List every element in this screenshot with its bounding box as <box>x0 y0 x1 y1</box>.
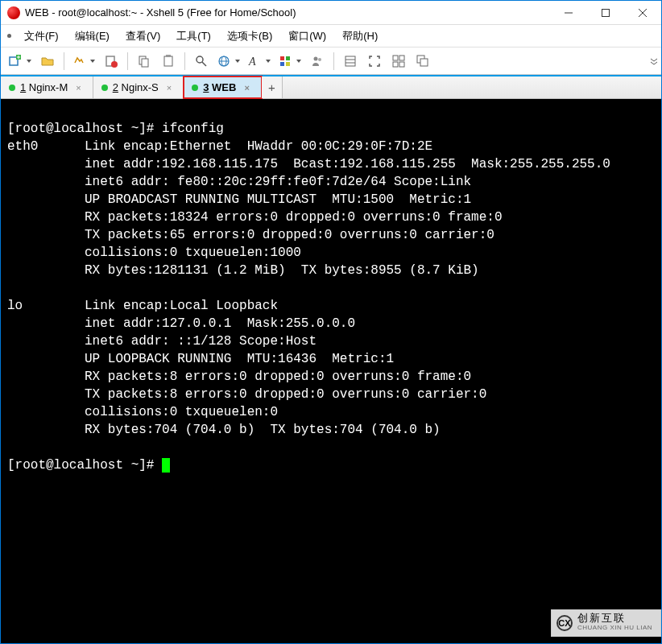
toolbar-overflow-button[interactable] <box>648 51 660 72</box>
svg-rect-26 <box>345 56 355 66</box>
terminal-line: inet addr:192.168.115.175 Bcast:192.168.… <box>7 157 610 171</box>
toolbar-separator <box>333 52 334 70</box>
toolbar-separator <box>184 52 185 70</box>
cursor-icon <box>162 458 170 473</box>
font-button[interactable]: A <box>245 51 274 72</box>
svg-rect-20 <box>280 56 284 60</box>
tab-nginx-s[interactable]: 2 Nginx-S × <box>93 76 184 98</box>
maximize-button[interactable] <box>587 1 624 25</box>
toolbar: A <box>1 47 661 75</box>
tabbar: 1 Nginx-M × 2 Nginx-S × 3 WEB × + <box>1 75 661 99</box>
terminal-prompt: [root@localhost ~]# <box>7 458 162 473</box>
svg-rect-32 <box>399 62 404 67</box>
tab-label: WEB <box>209 81 236 93</box>
terminal-line: RX bytes:704 (704.0 b) TX bytes:704 (704… <box>7 423 441 437</box>
copy-button[interactable] <box>133 51 155 72</box>
svg-rect-11 <box>142 59 148 67</box>
toolbar-separator <box>64 52 64 70</box>
plus-icon: + <box>268 80 275 94</box>
reconnect-button[interactable] <box>69 51 98 72</box>
svg-text:A: A <box>248 56 256 68</box>
terminal[interactable]: [root@localhost ~]# ifconfig eth0 Link e… <box>1 99 661 643</box>
status-dot-icon <box>9 85 15 91</box>
svg-point-9 <box>111 61 118 68</box>
terminal-line: lo Link encap:Local Loopback <box>7 299 278 313</box>
svg-rect-22 <box>280 62 284 66</box>
status-dot-icon <box>192 85 198 91</box>
new-session-button[interactable] <box>6 51 35 72</box>
svg-rect-13 <box>166 55 171 57</box>
svg-rect-23 <box>286 62 290 66</box>
tile-button[interactable] <box>387 51 410 72</box>
find-button[interactable] <box>190 51 213 72</box>
paste-button[interactable] <box>157 51 180 72</box>
color-button[interactable] <box>275 51 304 72</box>
menu-file[interactable]: 文件(F) <box>18 27 65 45</box>
tab-close-icon[interactable]: × <box>76 83 81 93</box>
globe-button[interactable] <box>214 51 243 72</box>
svg-point-25 <box>318 58 321 61</box>
status-dot-icon <box>101 85 108 91</box>
menu-tabs[interactable]: 选项卡(B) <box>221 27 279 45</box>
terminal-line: [root@localhost ~]# ifconfig <box>7 122 224 136</box>
terminal-line: RX bytes:1281131 (1.2 MiB) TX bytes:8955… <box>7 263 479 278</box>
terminal-line: RX packets:18324 errors:0 dropped:0 over… <box>7 210 503 225</box>
terminal-line: collisions:0 txqueuelen:0 <box>7 405 278 419</box>
terminal-line: inet6 addr: ::1/128 Scope:Host <box>7 334 317 349</box>
disconnect-button[interactable] <box>100 51 122 72</box>
tab-close-icon[interactable]: × <box>167 83 172 93</box>
svg-rect-21 <box>286 56 290 60</box>
svg-rect-1 <box>602 9 610 16</box>
terminal-line: UP LOOPBACK RUNNING MTU:16436 Metric:1 <box>7 352 394 366</box>
watermark-en: CHUANG XIN HU LIAN <box>577 623 652 633</box>
svg-point-24 <box>314 56 318 60</box>
window-title: WEB - root@localhost:~ - Xshell 5 (Free … <box>25 6 550 19</box>
users-button[interactable] <box>306 51 329 72</box>
properties-button[interactable] <box>339 51 362 72</box>
tab-close-icon[interactable]: × <box>244 83 249 93</box>
app-icon <box>7 6 20 19</box>
terminal-line: collisions:0 txqueuelen:1000 <box>7 246 301 260</box>
terminal-line: TX packets:8 errors:0 dropped:0 overruns… <box>7 387 486 402</box>
terminal-line: inet6 addr: fe80::20c:29ff:fe0f:7d2e/64 … <box>7 175 471 189</box>
minimize-button[interactable] <box>550 1 587 25</box>
terminal-line: RX packets:8 errors:0 dropped:0 overruns… <box>7 369 471 384</box>
svg-rect-12 <box>164 56 172 66</box>
open-button[interactable] <box>36 51 59 72</box>
menu-tools[interactable]: 工具(T) <box>170 27 217 45</box>
menu-edit[interactable]: 编辑(E) <box>68 27 116 45</box>
watermark-logo-icon: CX <box>556 615 573 631</box>
tab-nginx-m[interactable]: 1 Nginx-M × <box>1 76 93 98</box>
new-tab-button[interactable]: + <box>262 76 283 98</box>
watermark-cn: 创新互联 <box>577 613 652 623</box>
svg-rect-30 <box>399 56 404 60</box>
tab-accelerator: 2 <box>113 81 118 93</box>
menu-view[interactable]: 查看(V) <box>119 27 167 45</box>
titlebar: WEB - root@localhost:~ - Xshell 5 (Free … <box>1 1 661 25</box>
close-button[interactable] <box>624 1 661 25</box>
svg-rect-29 <box>393 56 398 60</box>
svg-line-15 <box>202 62 206 66</box>
tab-label: Nginx-S <box>118 81 159 93</box>
svg-point-14 <box>197 56 203 63</box>
tab-label: Nginx-M <box>26 81 68 93</box>
svg-rect-34 <box>420 59 428 66</box>
svg-rect-31 <box>393 62 398 67</box>
watermark: CX 创新互联 CHUANG XIN HU LIAN <box>551 609 661 637</box>
tab-web[interactable]: 3 WEB × <box>184 76 262 98</box>
fullscreen-button[interactable] <box>363 51 386 72</box>
terminal-line: UP BROADCAST RUNNING MULTICAST MTU:1500 … <box>7 192 471 207</box>
terminal-line: TX packets:65 errors:0 dropped:0 overrun… <box>7 228 494 242</box>
menu-window[interactable]: 窗口(W) <box>282 27 333 45</box>
cascade-button[interactable] <box>412 51 434 72</box>
menubar: 文件(F) 编辑(E) 查看(V) 工具(T) 选项卡(B) 窗口(W) 帮助(… <box>1 25 661 47</box>
menu-help[interactable]: 帮助(H) <box>336 27 384 45</box>
toolbar-separator <box>127 52 128 70</box>
terminal-line: eth0 Link encap:Ethernet HWaddr 00:0C:29… <box>7 139 432 154</box>
terminal-line: inet addr:127.0.0.1 Mask:255.0.0.0 <box>7 316 355 331</box>
menu-indicator-icon <box>7 34 11 38</box>
